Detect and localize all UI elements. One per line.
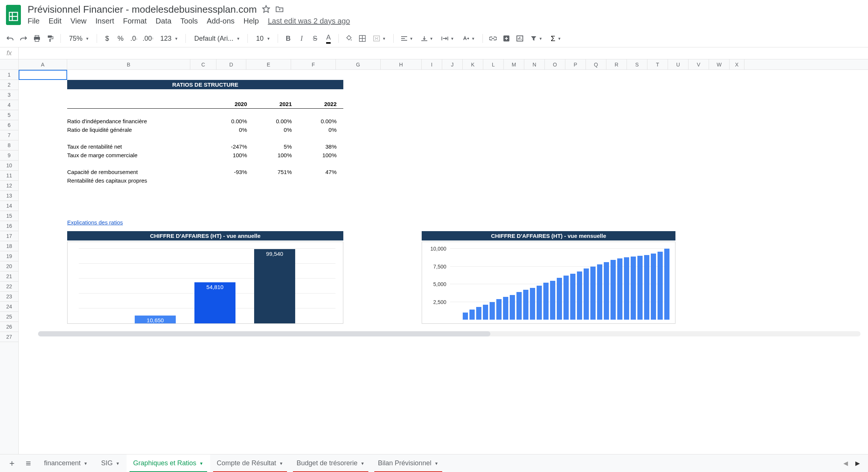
menu-tools[interactable]: Tools: [180, 17, 198, 25]
col-header-r[interactable]: R: [606, 59, 627, 69]
menu-format[interactable]: Format: [123, 17, 147, 25]
text-wrap-dropdown[interactable]: ▼: [438, 36, 457, 41]
col-header-c[interactable]: C: [190, 59, 216, 69]
text-color-button[interactable]: A: [323, 33, 334, 44]
explications-link[interactable]: Explications des ratios: [67, 219, 123, 226]
text-rotation-dropdown[interactable]: ▼: [459, 35, 478, 41]
row-header-2[interactable]: 2: [0, 80, 18, 90]
selected-cell-a1[interactable]: [19, 70, 67, 80]
menu-addons[interactable]: Add-ons: [207, 17, 235, 25]
row-header-26[interactable]: 26: [0, 322, 18, 332]
last-edit-link[interactable]: Last edit was 2 days ago: [268, 17, 350, 25]
tab-menu-arrow[interactable]: ▼: [360, 461, 365, 466]
col-header-s[interactable]: S: [627, 59, 647, 69]
menu-insert[interactable]: Insert: [96, 17, 114, 25]
menu-edit[interactable]: Edit: [49, 17, 61, 25]
format-currency-button[interactable]: $: [102, 33, 113, 44]
sheet-tab[interactable]: Graphiques et Ratios▼: [127, 454, 210, 472]
col-header-b[interactable]: B: [67, 59, 190, 69]
row-header-7[interactable]: 7: [0, 130, 18, 140]
h-scrollbar-thumb[interactable]: [38, 331, 490, 336]
sheet-tab[interactable]: Budget de trésorerie▼: [290, 454, 371, 472]
sheets-logo[interactable]: [4, 4, 22, 26]
zoom-dropdown[interactable]: 75%▼: [65, 35, 92, 43]
col-header-i[interactable]: I: [422, 59, 442, 69]
row-header-1[interactable]: 1: [0, 70, 18, 80]
row-header-23[interactable]: 23: [0, 292, 18, 302]
font-dropdown[interactable]: Default (Ari...▼: [190, 35, 243, 43]
merge-cells-dropdown[interactable]: ▼: [370, 35, 389, 41]
bold-button[interactable]: B: [282, 33, 294, 44]
row-header-8[interactable]: 8: [0, 140, 18, 150]
star-icon[interactable]: [262, 5, 270, 15]
col-header-x[interactable]: X: [730, 59, 744, 69]
row-header-17[interactable]: 17: [0, 231, 18, 241]
row-header-9[interactable]: 9: [0, 150, 18, 161]
row-header-12[interactable]: 12: [0, 181, 18, 191]
col-header-m[interactable]: M: [504, 59, 524, 69]
increase-decimal-button[interactable]: .00↑: [142, 33, 154, 44]
row-header-27[interactable]: 27: [0, 332, 18, 342]
row-header-13[interactable]: 13: [0, 191, 18, 201]
row-header-3[interactable]: 3: [0, 90, 18, 100]
move-folder-icon[interactable]: [275, 5, 284, 14]
insert-link-button[interactable]: [487, 33, 499, 44]
row-header-5[interactable]: 5: [0, 110, 18, 120]
col-header-n[interactable]: N: [524, 59, 545, 69]
doc-title[interactable]: Prévisionnel Financier - modelesdebusine…: [28, 4, 257, 15]
h-scrollbar[interactable]: [38, 331, 861, 336]
col-header-o[interactable]: O: [545, 59, 565, 69]
fill-color-button[interactable]: [343, 33, 355, 44]
menu-view[interactable]: View: [71, 17, 87, 25]
borders-button[interactable]: [357, 33, 368, 44]
col-header-t[interactable]: T: [647, 59, 668, 69]
col-header-v[interactable]: V: [689, 59, 709, 69]
font-size-dropdown[interactable]: 10▼: [252, 35, 273, 43]
row-header-15[interactable]: 15: [0, 211, 18, 221]
sheet-tab[interactable]: financement▼: [37, 454, 94, 472]
col-header-g[interactable]: G: [336, 59, 381, 69]
sheet-tab[interactable]: Bilan Prévisionnel▼: [371, 454, 445, 472]
col-header-d[interactable]: D: [216, 59, 246, 69]
row-header-19[interactable]: 19: [0, 251, 18, 261]
row-header-6[interactable]: 6: [0, 120, 18, 130]
tab-menu-arrow[interactable]: ▼: [84, 461, 88, 466]
tab-scroll-right[interactable]: ▶: [855, 460, 860, 467]
col-header-q[interactable]: Q: [586, 59, 606, 69]
col-header-u[interactable]: U: [668, 59, 689, 69]
row-header-21[interactable]: 21: [0, 271, 18, 282]
menu-file[interactable]: File: [28, 17, 40, 25]
col-header-a[interactable]: A: [19, 59, 67, 69]
col-header-e[interactable]: E: [246, 59, 291, 69]
row-header-25[interactable]: 25: [0, 312, 18, 322]
insert-comment-button[interactable]: [501, 33, 512, 44]
chart-monthly[interactable]: 10,0007,5005,0002,500: [422, 242, 675, 324]
row-header-18[interactable]: 18: [0, 241, 18, 251]
col-header-l[interactable]: L: [483, 59, 504, 69]
formula-input[interactable]: [19, 47, 868, 59]
italic-button[interactable]: I: [296, 33, 307, 44]
all-sheets-button[interactable]: ≡: [21, 456, 36, 471]
col-header-h[interactable]: H: [381, 59, 422, 69]
undo-icon[interactable]: [4, 33, 16, 44]
tab-menu-arrow[interactable]: ▼: [116, 461, 120, 466]
row-header-16[interactable]: 16: [0, 221, 18, 231]
paint-format-icon[interactable]: [45, 33, 56, 44]
print-icon[interactable]: [31, 33, 43, 44]
functions-dropdown[interactable]: Σ▼: [548, 34, 564, 43]
row-header-20[interactable]: 20: [0, 261, 18, 271]
menu-help[interactable]: Help: [244, 17, 259, 25]
add-sheet-button[interactable]: +: [4, 456, 19, 471]
select-all-corner[interactable]: [0, 59, 19, 69]
strikethrough-button[interactable]: S: [309, 33, 321, 44]
chart-annual[interactable]: 10,65054,81099,540: [67, 242, 343, 324]
number-format-dropdown[interactable]: 123▼: [156, 35, 181, 43]
redo-icon[interactable]: [18, 33, 29, 44]
cells-area[interactable]: RATIOS DE STRUCTURE 2020 2021 2022 Ratio…: [19, 70, 868, 454]
insert-chart-button[interactable]: [514, 33, 525, 44]
decrease-decimal-button[interactable]: .0↓: [128, 33, 140, 44]
tab-scroll-left[interactable]: ◀: [843, 460, 848, 467]
col-header-w[interactable]: W: [709, 59, 730, 69]
row-header-22[interactable]: 22: [0, 282, 18, 292]
format-percent-button[interactable]: %: [115, 33, 126, 44]
